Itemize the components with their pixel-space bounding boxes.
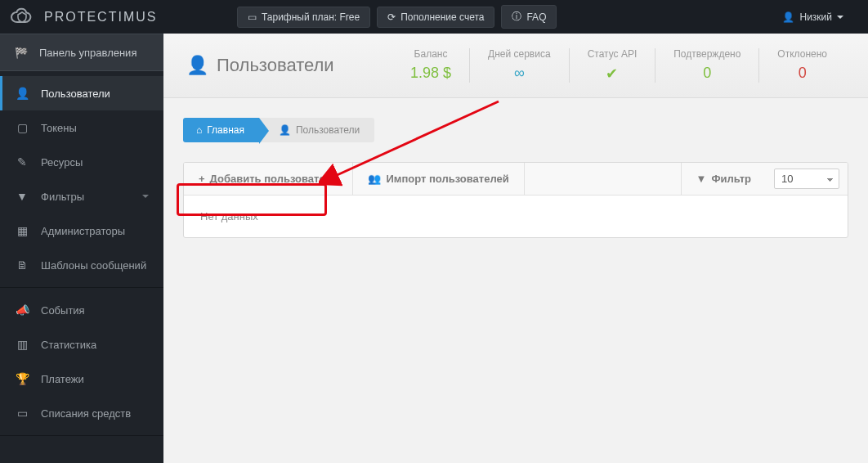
stat-balance: Баланс 1.98 $ — [392, 48, 469, 83]
sidebar-item-debits[interactable]: ▭ Списания средств — [0, 396, 163, 430]
user-icon: 👤 — [782, 11, 794, 23]
filter-icon: ▼ — [696, 173, 707, 185]
cloud-shield-icon — [10, 7, 38, 27]
brand-logo[interactable]: PROTECTIMUS — [0, 0, 163, 34]
filter-icon: ▼ — [15, 190, 29, 203]
document-icon: 🗎 — [15, 258, 29, 272]
sidebar-item-filters[interactable]: ▼ Фильтры — [0, 179, 163, 214]
trophy-icon: 🏆 — [15, 372, 29, 385]
plus-icon: + — [199, 173, 205, 185]
user-icon: 👤 — [279, 124, 291, 136]
stats-bar: Баланс 1.98 $ Дней сервиса ∞ Статус API … — [392, 48, 845, 83]
faq-button[interactable]: ⓘ FAQ — [501, 5, 557, 29]
card-icon: ▭ — [248, 11, 257, 23]
brand-text: PROTECTIMUS — [44, 10, 157, 25]
device-icon: ▢ — [15, 121, 29, 134]
filter-button[interactable]: ▼ Фильтр — [681, 163, 766, 195]
chevron-down-icon — [142, 195, 149, 198]
chart-icon: ▦ — [15, 224, 29, 237]
sidebar-item-dashboard[interactable]: 🏁 Панель управления — [0, 34, 163, 71]
sidebar-item-tokens[interactable]: ▢ Токены — [0, 110, 163, 145]
user-icon: 👤 — [15, 87, 29, 100]
topup-button[interactable]: ⟳ Пополнение счета — [377, 7, 494, 28]
page-size-select[interactable]: 10 — [774, 169, 839, 189]
content-area: ⌂ Главная 👤 Пользователи + Добавить поль… — [163, 98, 868, 258]
page-size-wrapper: 10 — [766, 163, 848, 195]
chevron-down-icon — [837, 16, 843, 19]
stat-rejected: Отклонено 0 — [758, 48, 845, 83]
add-user-button[interactable]: + Добавить пользователя — [184, 163, 353, 195]
sidebar-item-admins[interactable]: ▦ Администраторы — [0, 214, 163, 248]
sidebar-item-users[interactable]: 👤 Пользователи — [0, 76, 163, 110]
sidebar-item-stats[interactable]: ▥ Статистика — [0, 327, 163, 362]
main: 👤 Пользователи Баланс 1.98 $ Дней сервис… — [163, 34, 868, 258]
plan-button[interactable]: ▭ Тарифный план: Free — [237, 7, 370, 28]
sidebar-item-events[interactable]: 📣 События — [0, 293, 163, 327]
stat-api: Статус API ✔ — [569, 48, 655, 83]
dashboard-icon: 🏁 — [15, 47, 28, 59]
sidebar-item-resources[interactable]: ✎ Ресурсы — [0, 145, 163, 179]
breadcrumb-home[interactable]: ⌂ Главная — [183, 118, 259, 142]
stat-confirmed: Подтверждено 0 — [655, 48, 758, 83]
sidebar-item-payments[interactable]: 🏆 Платежи — [0, 362, 163, 396]
refresh-icon: ⟳ — [387, 11, 396, 23]
sidebar-item-templates[interactable]: 🗎 Шаблоны сообщений — [0, 248, 163, 282]
bar-chart-icon: ▥ — [15, 338, 29, 351]
info-icon: ⓘ — [512, 10, 521, 24]
sidebar: 🏁 Панель управления 👤 Пользователи ▢ Ток… — [0, 34, 163, 463]
breadcrumb-current: 👤 Пользователи — [259, 118, 374, 142]
check-icon: ✔ — [588, 65, 638, 83]
user-icon: 👤 — [186, 55, 208, 76]
infinity-icon: ∞ — [488, 65, 551, 82]
megaphone-icon: 📣 — [15, 303, 29, 317]
users-icon: 👥 — [368, 173, 381, 185]
panel-toolbar: + Добавить пользователя 👥 Импорт пользов… — [184, 163, 848, 196]
topbar: PROTECTIMUS ▭ Тарифный план: Free ⟳ Попо… — [0, 0, 868, 34]
header-bar: 👤 Пользователи Баланс 1.98 $ Дней сервис… — [163, 34, 868, 98]
breadcrumb: ⌂ Главная 👤 Пользователи — [183, 118, 848, 142]
user-menu[interactable]: 👤 Низкий — [772, 7, 853, 27]
table-empty: Нет данных — [184, 196, 848, 237]
page-title: 👤 Пользователи — [186, 55, 334, 76]
money-icon: ▭ — [15, 407, 29, 420]
stat-days: Дней сервиса ∞ — [469, 48, 569, 83]
import-users-button[interactable]: 👥 Импорт пользователей — [353, 163, 524, 195]
users-panel: + Добавить пользователя 👥 Импорт пользов… — [183, 162, 848, 238]
home-icon: ⌂ — [196, 124, 202, 136]
edit-icon: ✎ — [15, 155, 29, 169]
